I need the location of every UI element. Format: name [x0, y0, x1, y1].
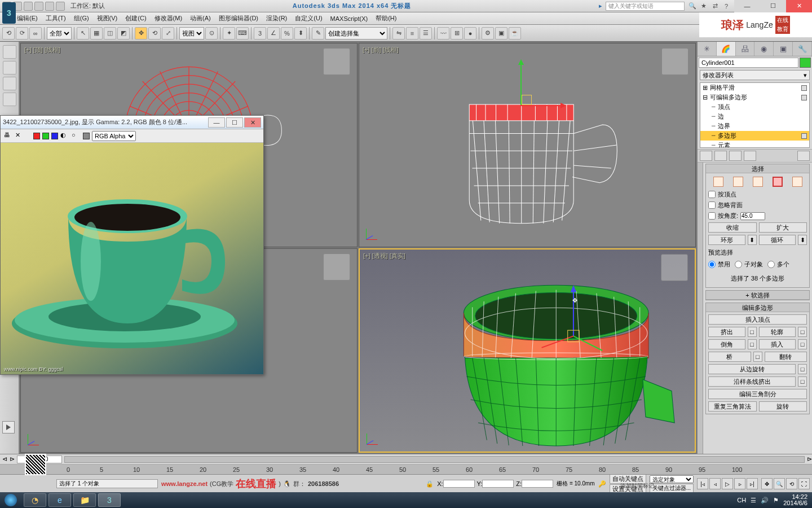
tray-date[interactable]: 2014/6/6 [783, 500, 807, 506]
loop-spinner[interactable]: ⬍ [798, 235, 807, 245]
unlink-icon[interactable]: ⟳ [16, 27, 28, 40]
edit-tri-button[interactable]: 编辑三角剖分 [708, 389, 807, 399]
render-setup-icon[interactable]: ⚙ [482, 27, 494, 40]
maximize-button[interactable]: ☐ [760, 0, 786, 12]
minimize-button[interactable]: — [734, 0, 760, 12]
alpha-icon[interactable]: ◐ [60, 132, 69, 141]
stack-editpoly[interactable]: ⊟可编辑多边形 [700, 93, 809, 102]
snap-icon[interactable]: 3 [254, 27, 266, 40]
spinner-snap-icon[interactable]: ⬍ [294, 27, 307, 40]
time-slider[interactable] [64, 456, 805, 463]
stack-meshsmooth[interactable]: ⊞网格平滑 [700, 83, 809, 93]
task-3dsmax-icon[interactable]: 3 [98, 493, 121, 507]
time-ruler[interactable]: 0510152025303540455055606570758085909510… [0, 465, 812, 475]
app-menu-icon[interactable]: 3 [2, 2, 16, 24]
by-vertex-checkbox[interactable]: 按顶点 [708, 190, 807, 199]
qat-redo-icon[interactable] [45, 2, 54, 11]
qat-save-icon[interactable] [24, 2, 33, 11]
scale-icon[interactable]: ⤢ [162, 27, 174, 40]
tab-create-icon[interactable]: ✳ [698, 42, 717, 56]
material-icon[interactable]: ● [464, 27, 476, 40]
viewport-front[interactable]: [+] [前] [线框] [359, 43, 696, 247]
refwin-titlebar[interactable]: 3422_121002735000_2.jpg, 显示 Gamma: 2.2, … [1, 116, 263, 129]
extrude-spline-settings-icon[interactable]: □ [798, 376, 807, 387]
refwin-max-button[interactable]: ☐ [226, 117, 243, 128]
viewcube-icon[interactable] [323, 48, 350, 75]
align-icon[interactable]: ≡ [406, 27, 418, 40]
task-app1-icon[interactable]: ◔ [24, 493, 46, 507]
unique-icon[interactable] [729, 151, 742, 161]
help-search-input[interactable]: 键入关键字或短语 [606, 2, 685, 11]
window-crossing-icon[interactable]: ◩ [117, 27, 130, 40]
binoculars-icon[interactable]: 🔍 [688, 2, 697, 11]
channel-select[interactable]: RGB Alpha [92, 131, 136, 141]
render-icon[interactable]: ☕ [509, 27, 521, 40]
rollout-editpoly-header[interactable]: 编辑多边形 [706, 303, 809, 312]
select-name-icon[interactable]: ▦ [90, 27, 103, 40]
turn-button[interactable]: 旋转 [759, 401, 807, 411]
start-button[interactable] [0, 492, 21, 508]
next-frame-icon[interactable]: ▹ [734, 478, 745, 489]
bridge-button[interactable]: 桥 [708, 352, 751, 362]
goto-start-icon[interactable]: |◃ [697, 478, 708, 489]
prev-frame-icon[interactable]: ◃ [709, 478, 721, 489]
menu-tools[interactable]: 工具(T) [46, 14, 66, 23]
modifier-stack[interactable]: ⊞网格平滑 ⊟可编辑多边形 ┈顶点 ┈边 ┈边界 ┈多边形 ┈元素 [700, 82, 810, 148]
pan-icon[interactable]: ✥ [761, 478, 773, 489]
hinge-settings-icon[interactable]: □ [798, 364, 807, 374]
workspace-label[interactable]: 工作区: 默认 [70, 2, 105, 10]
timeline-play-icon[interactable] [2, 421, 15, 433]
add-time-tag[interactable]: 添加时间标记 [620, 482, 654, 490]
rotate-icon[interactable]: ⟲ [148, 27, 161, 40]
stack-border[interactable]: ┈边界 [700, 121, 809, 131]
mirror-icon[interactable]: ⇋ [392, 27, 405, 40]
menu-customize[interactable]: 自定义(U) [295, 14, 322, 23]
tab-modify-icon[interactable]: 🌈 [717, 42, 736, 56]
blue-swatch[interactable] [51, 133, 58, 139]
subobj-element-icon[interactable] [792, 177, 802, 187]
selection-filter-select[interactable]: 全部 [47, 27, 72, 40]
menu-help[interactable]: 帮助(H) [376, 14, 396, 23]
modifier-list-select[interactable]: 修改器列表▾ [700, 70, 810, 80]
lock-icon[interactable]: 🔒 [426, 480, 434, 488]
stack-element[interactable]: ┈元素 [700, 141, 809, 148]
green-swatch[interactable] [42, 133, 49, 139]
bevel-settings-icon[interactable]: □ [748, 339, 757, 349]
configure-icon[interactable] [797, 151, 810, 161]
exchange-icon[interactable]: ⇄ [710, 2, 720, 11]
menu-animation[interactable]: 动画(A) [190, 14, 211, 23]
menu-group[interactable]: 组(G) [74, 14, 89, 23]
refwin-min-button[interactable]: — [208, 117, 225, 128]
stack-polygon[interactable]: ┈多边形 [700, 131, 809, 141]
schematic-icon[interactable]: ⊞ [451, 27, 463, 40]
play-icon[interactable]: ▷ [722, 478, 733, 489]
bevel-button[interactable]: 倒角 [708, 339, 745, 349]
object-color-swatch[interactable] [800, 58, 811, 68]
by-angle-checkbox[interactable]: 按角度: [708, 212, 807, 220]
menu-maxscript[interactable]: MAXScript(X) [330, 15, 368, 22]
subobj-vertex-icon[interactable] [713, 177, 723, 187]
ref-coord-select[interactable]: 视图 [179, 27, 204, 40]
print-icon[interactable]: 🖶 [4, 132, 13, 141]
refwin-close-button[interactable]: ✕ [244, 117, 261, 128]
timeline-toggle2-icon[interactable]: ⊳ [10, 456, 15, 463]
graphite-object-icon[interactable] [3, 93, 16, 106]
rendered-frame-window[interactable]: 3422_121002735000_2.jpg, 显示 Gamma: 2.2, … [0, 115, 264, 375]
close-icon[interactable]: ✕ [15, 132, 24, 141]
graphite-freeform-icon[interactable] [3, 61, 16, 75]
star-icon[interactable]: ★ [699, 2, 708, 11]
caret-icon[interactable]: ▸ [599, 2, 602, 10]
outline-settings-icon[interactable]: □ [798, 327, 807, 337]
retri-button[interactable]: 重复三角算法 [708, 401, 757, 411]
angle-snap-icon[interactable]: ∠ [267, 27, 280, 40]
viewcube-icon[interactable] [661, 48, 689, 75]
angle-input[interactable] [740, 212, 765, 220]
viewcube-icon[interactable] [661, 254, 688, 281]
menu-edit[interactable]: 编辑(E) [17, 14, 38, 23]
inset-button[interactable]: 插入 [759, 339, 796, 349]
curve-editor-icon[interactable]: 〰 [437, 27, 449, 40]
pivot-icon[interactable]: ⊙ [205, 27, 218, 40]
viewcube-icon[interactable] [323, 253, 350, 281]
tab-utilities-icon[interactable]: 🔧 [793, 42, 812, 56]
task-explorer-icon[interactable]: 📁 [73, 493, 96, 507]
